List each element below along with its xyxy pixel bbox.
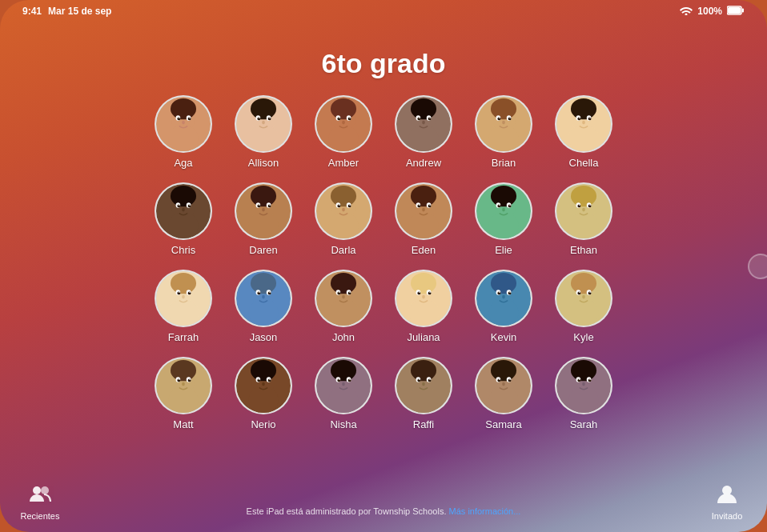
- svg-point-66: [579, 118, 580, 118]
- student-eden[interactable]: Eden: [388, 182, 460, 266]
- student-matt[interactable]: Matt: [147, 357, 219, 441]
- student-daren[interactable]: Daren: [227, 182, 299, 266]
- svg-point-94: [331, 186, 356, 206]
- student-darla[interactable]: Darla: [307, 182, 379, 266]
- svg-point-233: [342, 382, 345, 386]
- svg-point-231: [339, 379, 339, 380]
- admin-notice: Este iPad está administrado por Township…: [247, 506, 521, 516]
- svg-point-5: [168, 125, 199, 152]
- svg-point-105: [411, 186, 436, 206]
- student-name-daren: Daren: [249, 244, 277, 256]
- student-name-farrah: Farrah: [168, 331, 199, 343]
- svg-point-214: [248, 386, 279, 414]
- student-name-kevin: Kevin: [491, 331, 517, 343]
- svg-point-50: [491, 98, 516, 119]
- svg-point-6: [171, 98, 196, 119]
- svg-point-112: [422, 208, 425, 212]
- svg-point-38: [408, 125, 439, 152]
- student-farrah[interactable]: Farrah: [147, 270, 219, 354]
- student-name-john: John: [332, 331, 355, 343]
- student-kevin[interactable]: Kevin: [468, 270, 540, 354]
- svg-point-123: [502, 208, 505, 212]
- svg-point-83: [251, 186, 276, 206]
- avatar-juliana: [395, 270, 452, 327]
- student-nisha[interactable]: Nisha: [307, 357, 379, 441]
- home-button[interactable]: [748, 254, 767, 279]
- svg-point-209: [179, 379, 179, 380]
- student-elie[interactable]: Elie: [468, 182, 540, 266]
- student-andrew[interactable]: Andrew: [388, 95, 460, 179]
- admin-link[interactable]: Más información...: [449, 506, 521, 516]
- student-sarah[interactable]: Sarah: [548, 357, 620, 441]
- student-name-eden: Eden: [412, 244, 436, 256]
- recientes-label: Recientes: [21, 511, 60, 521]
- svg-point-46: [422, 121, 425, 125]
- svg-point-222: [262, 382, 265, 386]
- svg-point-134: [582, 208, 585, 212]
- svg-point-116: [491, 186, 516, 206]
- svg-point-258: [568, 386, 599, 414]
- svg-point-155: [269, 292, 270, 293]
- svg-point-88: [259, 205, 259, 206]
- student-john[interactable]: John: [307, 270, 379, 354]
- svg-point-78: [189, 205, 190, 206]
- student-brian[interactable]: Brian: [468, 95, 540, 179]
- svg-point-259: [571, 360, 596, 381]
- svg-point-24: [262, 121, 265, 125]
- svg-point-254: [509, 379, 510, 380]
- svg-point-82: [248, 212, 279, 239]
- svg-point-104: [408, 212, 439, 239]
- svg-point-181: [488, 299, 519, 326]
- svg-point-145: [182, 295, 185, 299]
- avatar-elie: [475, 182, 532, 240]
- student-name-brian: Brian: [492, 157, 516, 169]
- student-aga[interactable]: Aga: [147, 95, 219, 179]
- svg-point-242: [419, 379, 420, 380]
- avatar-nisha: [315, 357, 372, 414]
- bottom-bar: Recientes Este iPad está administrado po…: [0, 474, 767, 532]
- svg-point-49: [488, 125, 519, 152]
- time: 9:41: [22, 6, 42, 17]
- student-amber[interactable]: Amber: [307, 95, 379, 179]
- admin-text: Este iPad está administrado por Township…: [247, 506, 447, 516]
- invitado-icon: [713, 479, 741, 508]
- recientes-button[interactable]: Recientes: [16, 479, 64, 521]
- avatar-allison: [235, 95, 292, 153]
- svg-point-170: [408, 299, 439, 326]
- svg-point-215: [251, 360, 276, 381]
- student-name-nisha: Nisha: [330, 418, 356, 430]
- svg-point-71: [168, 212, 199, 239]
- student-name-kyle: Kyle: [573, 331, 593, 343]
- student-chris[interactable]: Chris: [147, 182, 219, 266]
- student-allison[interactable]: Allison: [227, 95, 299, 179]
- svg-point-182: [491, 273, 516, 294]
- svg-point-154: [259, 292, 259, 293]
- svg-point-35: [342, 121, 345, 125]
- svg-point-188: [509, 292, 510, 293]
- svg-point-28: [331, 98, 356, 119]
- avatar-darla: [315, 182, 372, 240]
- invitado-button[interactable]: Invitado: [703, 479, 751, 521]
- student-nerio[interactable]: Nerio: [227, 357, 299, 441]
- student-ethan[interactable]: Ethan: [548, 182, 620, 266]
- svg-point-61: [571, 98, 596, 119]
- svg-point-200: [582, 295, 585, 299]
- svg-point-138: [171, 273, 196, 294]
- svg-point-89: [269, 205, 270, 206]
- student-kyle[interactable]: Kyle: [548, 270, 620, 354]
- svg-point-72: [171, 186, 196, 206]
- student-raffi[interactable]: Raffi: [388, 357, 460, 441]
- svg-point-167: [342, 295, 345, 299]
- svg-point-56: [509, 118, 510, 118]
- student-samara[interactable]: Samara: [468, 357, 540, 441]
- battery: 100%: [697, 6, 722, 17]
- svg-point-192: [568, 299, 599, 326]
- avatar-farrah: [155, 270, 212, 327]
- student-jason[interactable]: Jason: [227, 270, 299, 354]
- student-juliana[interactable]: Juliana: [388, 270, 460, 354]
- student-chella[interactable]: Chella: [548, 95, 620, 179]
- students-grid: Aga Allison Amber: [147, 95, 620, 441]
- svg-point-122: [509, 205, 510, 206]
- avatar-matt: [155, 357, 212, 414]
- svg-point-22: [259, 118, 259, 118]
